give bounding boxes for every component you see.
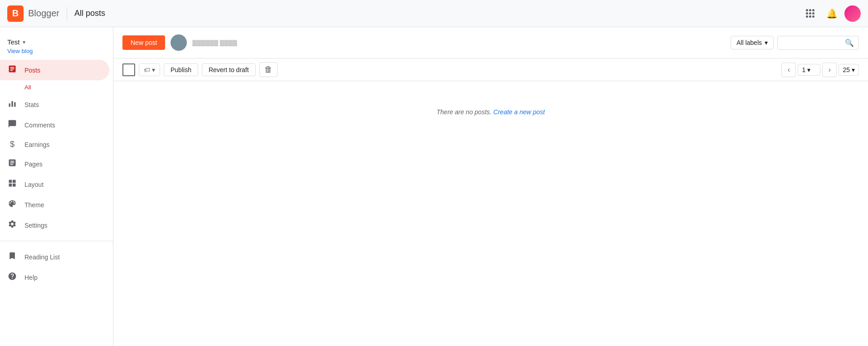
per-page-select[interactable]: 25 ▾ [839,64,859,76]
posts-toolbar: New post ▓▓▓▓▓▓ ▓▓▓▓ All labels ▾ 🔍 [113,27,868,58]
trash-icon: 🗑 [264,65,273,74]
stats-icon [7,99,17,110]
page-number: 1 [802,66,805,73]
topbar-divider [67,7,67,20]
layout-label: Layout [24,181,44,188]
page-dropdown-icon: ▾ [807,66,810,73]
grid-icon [806,9,814,18]
topbar-actions: 🔔 [801,5,861,23]
pages-icon [7,158,17,170]
account-avatar[interactable] [844,5,861,22]
earnings-label: Earnings [24,141,49,148]
svg-rect-5 [11,101,13,107]
create-new-post-link[interactable]: Create a new post [493,108,545,116]
sidebar-item-pages[interactable]: Pages [0,154,109,174]
sidebar-item-theme[interactable]: Theme [0,195,109,215]
posts-label: Posts [24,67,40,74]
action-bar: 🏷 ▾ Publish Revert to draft 🗑 ‹ 1 ▾ › 25… [113,58,868,81]
new-post-button[interactable]: New post [122,35,165,50]
sidebar-item-comments[interactable]: Comments [0,115,109,135]
all-labels-label: All labels [736,39,762,46]
help-label: Help [24,274,38,281]
pages-label: Pages [24,161,43,168]
publish-button[interactable]: Publish [164,63,198,76]
theme-icon [7,199,17,210]
search-icon[interactable]: 🔍 [845,39,854,47]
logo-area: B Blogger [7,5,59,22]
sidebar-bottom-nav: Reading List Help [0,247,113,288]
sidebar-item-settings[interactable]: Settings [0,215,109,235]
sidebar-item-posts[interactable]: Posts [0,60,109,80]
pagination: ‹ 1 ▾ › 25 ▾ [781,63,859,77]
google-apps-button[interactable] [801,5,819,23]
stats-label: Stats [24,101,39,108]
label-dropdown-icon: ▾ [152,66,155,73]
sidebar-subitem-all[interactable]: All [0,80,113,94]
next-page-button[interactable]: › [822,63,837,77]
blog-dropdown-arrow-icon: ▾ [23,39,25,45]
all-label: All [24,84,31,91]
main-layout: Test ▾ View blog Posts All Stats [0,27,868,346]
earnings-icon: $ [7,140,17,149]
settings-label: Settings [24,222,48,229]
sidebar-item-earnings[interactable]: $ Earnings [0,135,109,154]
sidebar-item-stats[interactable]: Stats [0,94,109,115]
notifications-button[interactable]: 🔔 [823,5,841,23]
revert-to-draft-button[interactable]: Revert to draft [202,63,256,76]
reading-list-label: Reading List [24,253,60,261]
posts-icon [7,64,17,76]
per-page-value: 25 [843,66,850,73]
settings-icon [7,219,17,231]
author-filter-text: ▓▓▓▓▓▓ ▓▓▓▓ [192,39,725,46]
all-labels-dropdown-icon: ▾ [765,39,768,46]
search-input[interactable] [782,39,845,46]
blogger-logo-icon: B [7,5,24,22]
sidebar: Test ▾ View blog Posts All Stats [0,27,113,346]
comments-label: Comments [24,122,55,129]
search-box: 🔍 [777,36,859,50]
select-all-checkbox[interactable] [122,63,135,76]
all-labels-button[interactable]: All labels ▾ [731,36,774,49]
blog-name: Test [7,38,20,46]
empty-state: There are no posts. Create a new post [113,81,868,143]
sidebar-nav: Posts All Stats Comments $ [0,60,113,235]
sidebar-item-help[interactable]: Help [0,267,109,288]
main-content: New post ▓▓▓▓▓▓ ▓▓▓▓ All labels ▾ 🔍 🏷 ▾ [113,27,868,346]
toolbar-right: All labels ▾ 🔍 [731,36,859,50]
label-tag-icon: 🏷 [144,66,150,73]
sidebar-item-layout[interactable]: Layout [0,174,109,195]
no-posts-message: There are no posts. [437,108,492,116]
bell-icon: 🔔 [826,8,838,19]
per-page-dropdown-icon: ▾ [852,66,855,73]
sidebar-item-reading-list[interactable]: Reading List [0,247,109,267]
reading-list-icon [7,251,17,263]
prev-page-button[interactable]: ‹ [781,63,796,77]
sidebar-divider [0,241,113,241]
label-button[interactable]: 🏷 ▾ [139,63,160,76]
svg-rect-6 [14,102,15,107]
page-title: All posts [74,9,801,18]
view-blog-link[interactable]: View blog [0,48,113,60]
topbar: B Blogger All posts 🔔 [0,0,868,27]
svg-rect-4 [9,103,10,107]
blog-name-row[interactable]: Test ▾ [0,34,113,48]
author-avatar [171,34,187,51]
delete-button[interactable]: 🗑 [259,62,278,77]
page-number-select[interactable]: 1 ▾ [798,64,820,76]
comments-icon [7,119,17,131]
help-icon [7,272,17,283]
layout-icon [7,179,17,190]
theme-label: Theme [24,201,44,209]
blogger-name-label: Blogger [28,8,59,19]
